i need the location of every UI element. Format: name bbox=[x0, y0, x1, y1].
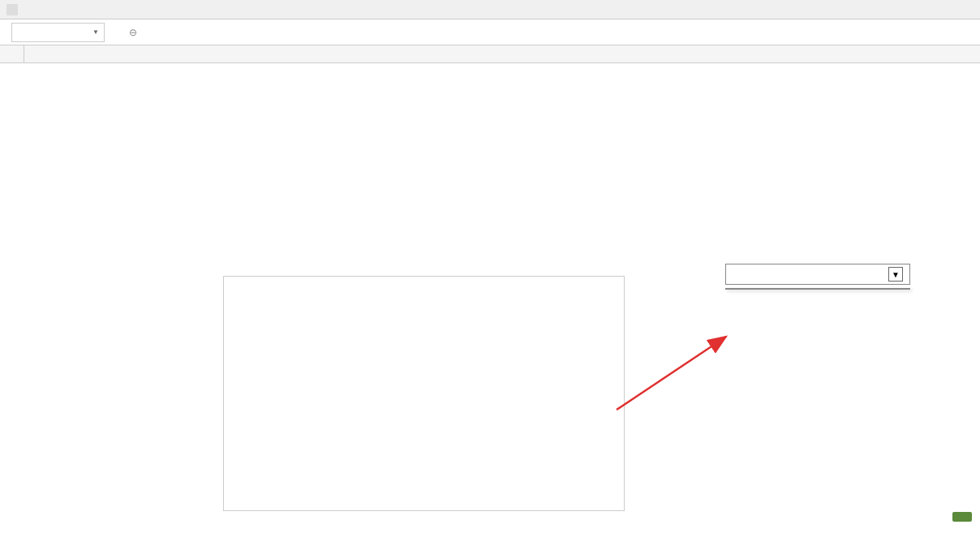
chart-x-axis bbox=[256, 463, 608, 478]
zoom-out-icon[interactable]: ⊖ bbox=[129, 27, 137, 38]
toolbar-copy[interactable] bbox=[6, 4, 19, 15]
ribbon-toolbar bbox=[0, 0, 980, 19]
column-headers bbox=[0, 45, 980, 63]
formula-bar: ▼ ⊖ bbox=[0, 19, 980, 45]
chart-plot-area[interactable] bbox=[256, 291, 608, 478]
watermark-badge bbox=[952, 512, 972, 522]
chart[interactable] bbox=[223, 276, 625, 511]
name-box[interactable]: ▼ bbox=[11, 23, 105, 42]
dropdown-selected[interactable]: ▼ bbox=[725, 264, 910, 285]
name-box-dropdown-icon[interactable]: ▼ bbox=[92, 28, 99, 36]
spreadsheet bbox=[0, 45, 980, 63]
annotation-arrow bbox=[608, 333, 738, 414]
svg-line-1 bbox=[617, 337, 726, 410]
chart-y-axis bbox=[234, 291, 254, 462]
chart-bars bbox=[256, 291, 608, 462]
dropdown-arrow-icon[interactable]: ▼ bbox=[888, 267, 903, 282]
select-all-corner[interactable] bbox=[0, 45, 24, 62]
dropdown-list bbox=[725, 288, 910, 290]
series-dropdown: ▼ bbox=[725, 264, 910, 290]
